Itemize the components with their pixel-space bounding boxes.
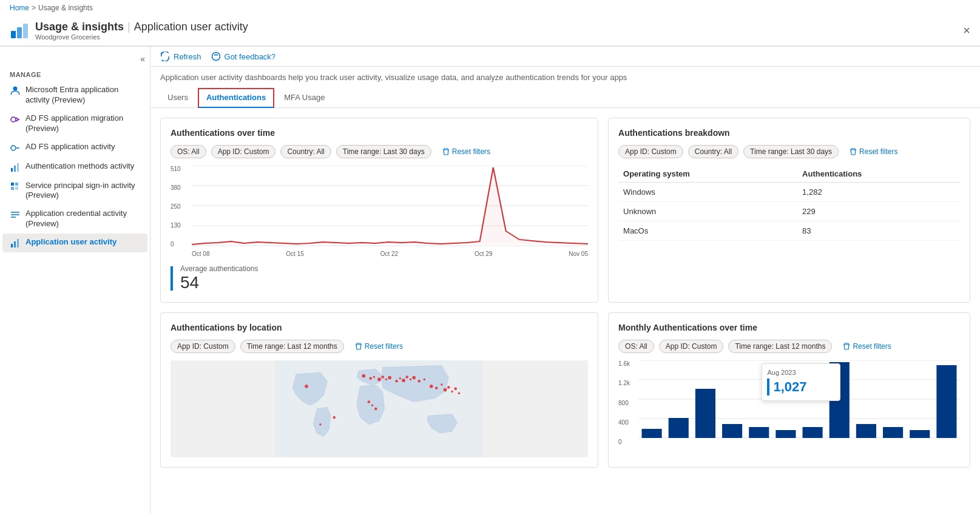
mo-filter-reset[interactable]: Reset filters: [837, 340, 897, 353]
feedback-button[interactable]: Got feedback?: [211, 52, 276, 61]
sidebar-item-label: AD FS application migration (Preview): [25, 113, 140, 134]
svg-point-40: [410, 379, 411, 380]
x-label-oct22: Oct 22: [380, 251, 398, 257]
svg-point-47: [444, 388, 447, 392]
loc-reset-icon: [355, 343, 362, 350]
filter-appid-custom[interactable]: App ID: Custom: [211, 145, 276, 158]
breadcrumb-current: Usage & insights: [38, 4, 93, 12]
sidebar-item-auth-methods[interactable]: Authentication methods activity: [2, 158, 147, 177]
bar-chart: 0 400 800 1.2k 1.6k: [618, 360, 960, 445]
feedback-icon: [211, 52, 221, 61]
filter-time-range[interactable]: Time range: Last 30 days: [336, 145, 431, 158]
sidebar-item-service-principal[interactable]: Service principal sign-in activity (Prev…: [2, 177, 147, 205]
svg-rect-8: [17, 163, 19, 172]
svg-point-19: [212, 53, 220, 61]
tooltip-value: 1,027: [773, 379, 806, 395]
main-content: Refresh Got feedback? Application user a…: [150, 47, 980, 513]
sidebar-item-label: Application user activity: [25, 237, 117, 247]
refresh-label: Refresh: [174, 52, 201, 61]
grid-icon: [10, 181, 21, 192]
x-label-oct08: Oct 08: [192, 251, 209, 257]
svg-point-44: [430, 385, 433, 388]
auth-methods-icon: [10, 162, 21, 173]
svg-rect-68: [856, 424, 876, 438]
bd-filter-time[interactable]: Time range: Last 30 days: [743, 145, 839, 158]
svg-point-34: [385, 379, 387, 380]
y-label-800: 800: [618, 400, 638, 406]
svg-point-33: [381, 375, 384, 379]
loc-filter-appid[interactable]: App ID: Custom: [171, 340, 235, 353]
svg-rect-11: [11, 187, 14, 190]
svg-rect-63: [722, 424, 742, 438]
svg-point-31: [373, 376, 375, 378]
sidebar-item-app-user-activity[interactable]: Application user activity: [2, 234, 147, 252]
world-map: [171, 360, 588, 457]
x-label-oct29: Oct 29: [475, 251, 492, 257]
sidebar-item-app-credential[interactable]: Application credential activity (Preview…: [2, 205, 147, 233]
svg-point-27: [333, 416, 336, 419]
y-label-1200: 1.2k: [618, 380, 638, 386]
svg-rect-7: [14, 166, 16, 172]
svg-point-48: [447, 386, 450, 389]
loc-filter-time[interactable]: Time range: Last 12 months: [240, 340, 344, 353]
tab-mfa-usage[interactable]: MFA Usage: [277, 88, 332, 108]
chart-tooltip: Aug 2023 1,027: [762, 363, 840, 401]
loc-filter-reset[interactable]: Reset filters: [349, 340, 409, 353]
mo-filter-os[interactable]: OS: All: [618, 340, 654, 353]
sidebar-item-adfs-migration[interactable]: AD FS application migration (Preview): [2, 110, 147, 138]
mo-filter-time[interactable]: Time range: Last 12 months: [728, 340, 832, 353]
close-button[interactable]: ×: [963, 24, 970, 38]
svg-rect-6: [11, 168, 13, 172]
sidebar-collapse-btn[interactable]: «: [140, 54, 145, 64]
svg-rect-2: [23, 24, 28, 38]
breadcrumb-home[interactable]: Home: [10, 4, 29, 12]
sidebar-item-label: Authentication methods activity: [25, 161, 134, 172]
avg-value: 54: [180, 273, 259, 292]
svg-rect-70: [910, 430, 930, 438]
svg-point-52: [368, 400, 371, 403]
tooltip-month: Aug 2023: [767, 369, 835, 376]
map-svg: [171, 360, 588, 457]
svg-rect-1: [17, 27, 22, 38]
page-description: Application user activity dashboards hel…: [150, 67, 980, 88]
sidebar-item-label: Service principal sign-in activity (Prev…: [25, 181, 140, 201]
filter-country-all[interactable]: Country: All: [280, 145, 331, 158]
auth-over-time-card: Authentications over time OS: All App ID…: [160, 118, 598, 303]
svg-point-51: [458, 392, 460, 394]
refresh-button[interactable]: Refresh: [160, 52, 201, 61]
svg-point-32: [377, 378, 381, 382]
location-filters: App ID: Custom Time range: Last 12 month…: [171, 340, 588, 353]
os-macos: MacOs: [618, 221, 797, 241]
breadcrumb: Home > Usage & insights: [0, 0, 980, 16]
filter-os-all[interactable]: OS: All: [171, 145, 206, 158]
svg-point-26: [305, 385, 308, 388]
y-label-380: 380: [171, 184, 192, 191]
sidebar-item-label: Microsoft Entra application activity (Pr…: [25, 85, 140, 106]
svg-point-45: [435, 386, 438, 389]
breadcrumb-separator: >: [32, 4, 36, 12]
avg-label: Average authentications: [180, 264, 259, 273]
svg-point-43: [424, 379, 425, 380]
svg-rect-66: [803, 427, 823, 438]
mo-filter-appid[interactable]: App ID: Custom: [659, 340, 724, 353]
tab-authentications[interactable]: Authentications: [198, 88, 274, 108]
page-title-separator: |: [127, 21, 130, 33]
svg-point-36: [395, 380, 398, 383]
sidebar-item-ms-entra[interactable]: Microsoft Entra application activity (Pr…: [2, 81, 147, 109]
bd-filter-appid[interactable]: App ID: Custom: [618, 145, 683, 158]
feedback-label: Got feedback?: [225, 52, 276, 61]
cards-row-1: Authentications over time OS: All App ID…: [160, 118, 970, 303]
sidebar-item-adfs-activity[interactable]: AD FS application activity: [2, 138, 147, 157]
os-windows: Windows: [618, 183, 797, 202]
mo-reset-icon: [843, 343, 850, 350]
filter-reset-icon: [442, 148, 450, 155]
y-label-1600: 1.6k: [618, 360, 638, 367]
page-title-main: Usage & insights: [35, 21, 124, 33]
filter-reset-btn[interactable]: Reset filters: [436, 145, 496, 158]
tab-users[interactable]: Users: [160, 88, 195, 108]
bd-filter-reset[interactable]: Reset filters: [843, 145, 904, 158]
bd-filter-country[interactable]: Country: All: [688, 145, 738, 158]
sidebar-item-label: Application credential activity (Preview…: [25, 209, 140, 229]
breakdown-filters: App ID: Custom Country: All Time range: …: [618, 145, 960, 158]
auth-breakdown-title: Authentications breakdown: [618, 128, 960, 138]
